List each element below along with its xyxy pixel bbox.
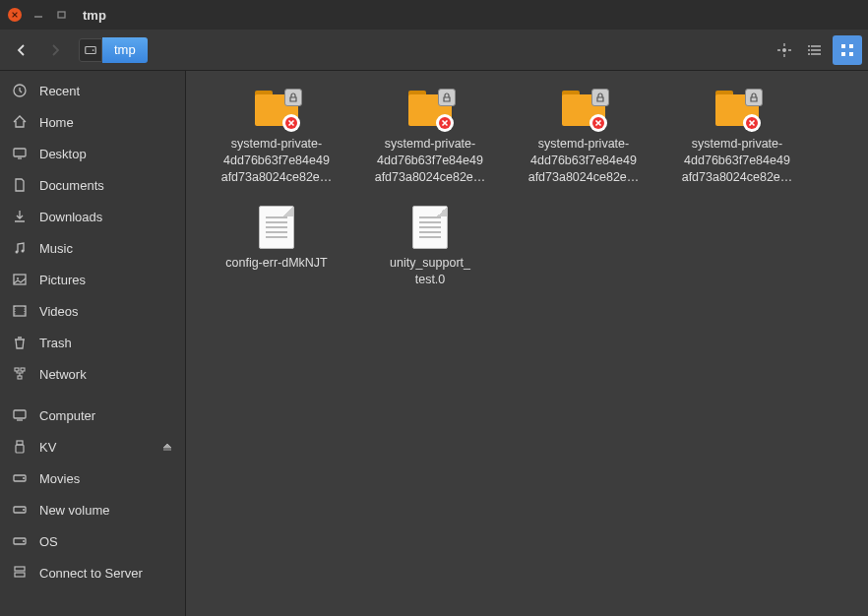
sidebar-label: Trash (39, 336, 72, 350)
computer-icon (12, 407, 28, 423)
drive-icon (12, 470, 28, 486)
close-button[interactable] (8, 8, 22, 22)
music-icon (12, 240, 28, 256)
downloads-icon (12, 209, 28, 224)
pictures-icon (12, 272, 28, 287)
svg-point-5 (808, 49, 810, 51)
svg-point-13 (16, 251, 19, 254)
folder-item[interactable]: systemd-private-4dd76b63f7e84e49afd73a80… (353, 85, 507, 200)
locked-folder-icon (560, 91, 607, 130)
sidebar-item-connect[interactable]: Connect to Server (0, 557, 185, 588)
svg-rect-19 (21, 368, 25, 371)
eject-icon[interactable] (161, 441, 173, 453)
forward-button[interactable] (39, 34, 71, 66)
item-label: systemd-private-4dd76b63f7e84e49afd73a80… (221, 136, 333, 186)
sidebar-item-downloads[interactable]: Downloads (0, 201, 185, 232)
drive-icon (12, 502, 28, 518)
home-icon (12, 114, 28, 130)
svg-rect-10 (849, 52, 853, 56)
sidebar-item-music[interactable]: Music (0, 232, 185, 264)
item-label: systemd-private-4dd76b63f7e84e49afd73a80… (528, 136, 640, 186)
locked-folder-icon (406, 91, 454, 130)
svg-rect-9 (841, 52, 845, 56)
sidebar-label: Recent (39, 84, 80, 98)
titlebar: tmp (0, 0, 868, 30)
svg-rect-20 (18, 376, 22, 379)
sidebar-label: Connect to Server (39, 566, 143, 581)
folder-item[interactable]: systemd-private-4dd76b63f7e84e49afd73a80… (200, 85, 353, 200)
list-view-button[interactable] (801, 35, 831, 65)
sidebar-label: Downloads (39, 210, 102, 224)
svg-point-14 (22, 250, 25, 253)
minimize-button[interactable] (31, 8, 45, 22)
file-item[interactable]: unity_support_test.0 (353, 200, 507, 302)
maximize-button[interactable] (55, 8, 69, 22)
toolbar: tmp (0, 30, 868, 71)
sidebar-item-recent[interactable]: Recent (0, 75, 185, 106)
folder-item[interactable]: systemd-private-4dd76b63f7e84e49afd73a80… (507, 85, 660, 200)
sidebar-item-newvolume[interactable]: New volume (0, 494, 185, 525)
clock-icon (12, 83, 28, 98)
svg-rect-23 (16, 445, 24, 453)
sidebar-item-movies[interactable]: Movies (0, 462, 185, 494)
locked-folder-icon (253, 91, 300, 130)
sidebar-label: Network (39, 367, 87, 382)
sidebar: Recent Home Desktop Documents Downloads … (0, 71, 186, 616)
sidebar-label: Videos (39, 304, 79, 319)
sidebar-label: Documents (39, 178, 104, 193)
item-label: systemd-private-4dd76b63f7e84e49afd73a80… (375, 136, 486, 186)
sidebar-item-documents[interactable]: Documents (0, 169, 185, 201)
sidebar-item-trash[interactable]: Trash (0, 327, 185, 358)
sidebar-label: Music (39, 241, 73, 256)
svg-rect-0 (58, 12, 65, 18)
videos-icon (12, 303, 28, 319)
item-label: unity_support_test.0 (390, 255, 470, 288)
svg-rect-21 (14, 410, 26, 418)
sidebar-item-videos[interactable]: Videos (0, 295, 185, 327)
network-icon (12, 366, 28, 382)
svg-rect-31 (15, 573, 25, 577)
text-file-icon (412, 206, 448, 249)
svg-rect-8 (849, 44, 853, 48)
desktop-icon (12, 146, 28, 161)
path-bar: tmp (79, 37, 148, 63)
disk-icon[interactable] (79, 38, 102, 62)
sidebar-label: Home (39, 115, 74, 130)
sidebar-item-home[interactable]: Home (0, 106, 185, 138)
sidebar-label: Desktop (39, 147, 87, 161)
sidebar-item-computer[interactable]: Computer (0, 400, 185, 431)
sidebar-label: Pictures (39, 273, 86, 287)
sidebar-label: Computer (39, 408, 95, 423)
window-title: tmp (83, 8, 106, 23)
sidebar-item-pictures[interactable]: Pictures (0, 264, 185, 295)
drive-icon (12, 533, 28, 549)
sidebar-label: OS (39, 534, 58, 549)
svg-point-16 (17, 277, 19, 279)
sidebar-item-os[interactable]: OS (0, 525, 185, 557)
svg-point-3 (782, 48, 786, 52)
file-item[interactable]: config-err-dMkNJT (200, 200, 353, 302)
sidebar-label: Movies (39, 471, 80, 486)
location-button[interactable] (770, 35, 799, 65)
path-segment-tmp[interactable]: tmp (102, 37, 148, 63)
file-pane[interactable]: systemd-private-4dd76b63f7e84e49afd73a80… (186, 71, 868, 616)
svg-point-25 (23, 477, 25, 479)
text-file-icon (259, 206, 294, 249)
documents-icon (12, 177, 28, 193)
svg-point-4 (808, 45, 810, 47)
svg-rect-17 (14, 306, 26, 316)
back-button[interactable] (6, 34, 37, 66)
sidebar-item-network[interactable]: Network (0, 358, 185, 390)
sidebar-item-kv[interactable]: KV (0, 431, 185, 462)
grid-view-button[interactable] (833, 35, 862, 65)
svg-rect-1 (86, 46, 96, 53)
svg-point-2 (93, 49, 94, 51)
sidebar-item-desktop[interactable]: Desktop (0, 138, 185, 169)
folder-item[interactable]: systemd-private-4dd76b63f7e84e49afd73a80… (660, 85, 814, 200)
item-label: config-err-dMkNJT (225, 255, 328, 272)
svg-rect-12 (14, 149, 26, 156)
trash-icon (12, 335, 28, 350)
sidebar-label: New volume (39, 503, 110, 518)
svg-rect-22 (17, 441, 23, 445)
locked-folder-icon (713, 91, 761, 130)
